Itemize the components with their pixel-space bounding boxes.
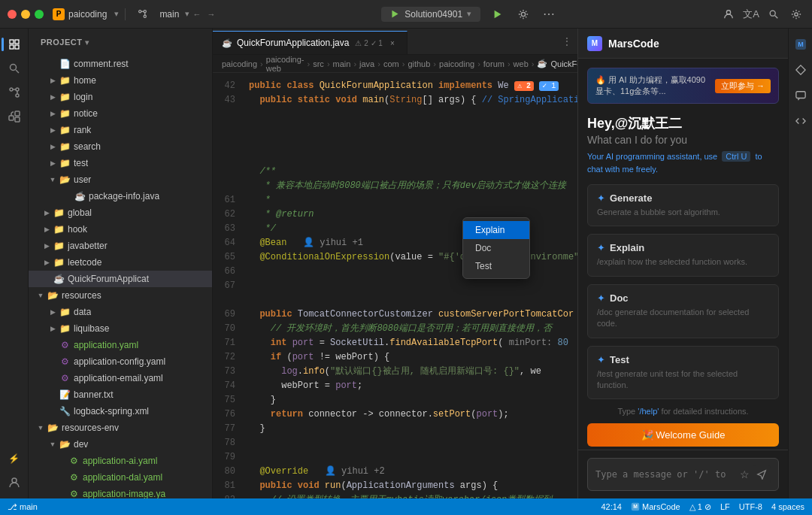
activity-extensions[interactable] [3, 105, 26, 128]
breadcrumb-part[interactable]: paicoding [439, 59, 474, 68]
tree-item-application-email[interactable]: ⚙ application-email.yaml [29, 370, 212, 386]
explain-name: Explain [610, 242, 644, 253]
tab-warnings: ⚠ 2 ✓ 1 [355, 39, 382, 47]
search-titlebar-icon[interactable] [765, 6, 782, 23]
tree-item-home[interactable]: ▶ 📁 home [29, 72, 212, 89]
status-left: ⎇ main [8, 502, 38, 512]
svg-marker-5 [392, 11, 398, 18]
marscode-status[interactable]: M MarsCode [631, 502, 680, 511]
tree-item-dal-yaml[interactable]: ⚙ application-dal.yaml [29, 469, 212, 486]
tree-item-data[interactable]: ▶ 📁 data [29, 304, 212, 320]
branch-name[interactable]: main [153, 8, 185, 21]
code-editor[interactable]: public class QuickForumApplication imple… [243, 73, 577, 498]
activity-source-control[interactable] [3, 81, 26, 104]
tree-item-test[interactable]: ▶ 📁 test [29, 155, 212, 171]
svg-point-11 [795, 12, 798, 15]
code-icon[interactable] [789, 110, 812, 132]
activity-search[interactable] [3, 57, 26, 80]
welcome-guide-button[interactable]: 🎉 Welcome Guide [587, 423, 779, 447]
send-button[interactable] [753, 465, 771, 483]
maximize-button[interactable] [35, 10, 44, 19]
tree-item-notice[interactable]: ▶ 📁 notice [29, 105, 212, 122]
feature-card-generate[interactable]: ✦ Generate Generate a bubble sort algori… [587, 184, 779, 226]
user-icon[interactable] [720, 6, 737, 23]
tree-item-quickforum[interactable]: ☕ QuickForumApplicat [29, 271, 212, 287]
settings-gear-icon[interactable] [788, 6, 804, 23]
marscode-sidebar-icon[interactable]: M [789, 33, 812, 56]
tree-item-hook[interactable]: ▶ 📁 hook [29, 221, 212, 238]
tree-item-global[interactable]: ▶ 📁 global [29, 204, 212, 221]
minimize-button[interactable] [21, 10, 30, 19]
svg-rect-23 [9, 116, 14, 120]
close-button[interactable] [8, 10, 17, 19]
svg-point-8 [726, 10, 730, 14]
activity-remote[interactable]: ⚡ [3, 447, 26, 470]
tab-close-button[interactable]: × [387, 38, 398, 48]
more-button[interactable]: ⋯ [541, 6, 557, 23]
context-menu-doc[interactable]: Doc [463, 239, 529, 257]
svg-point-2 [144, 11, 147, 13]
tree-item-rank[interactable]: ▶ 📁 rank [29, 122, 212, 138]
indent[interactable]: 4 spaces [771, 502, 804, 511]
activity-explorer[interactable] [3, 33, 26, 56]
breadcrumb-part[interactable]: web [514, 59, 529, 68]
feature-card-doc[interactable]: ✦ Doc /doc generate documentation for se… [587, 284, 779, 338]
tree-item-image-yaml[interactable]: ⚙ application-image.ya [29, 486, 212, 498]
feature-card-test[interactable]: ✦ Test /test generate unit test for the … [587, 346, 779, 400]
tree-item-leetcode[interactable]: ▶ 📁 leetcode [29, 254, 212, 271]
tree-item-comment[interactable]: 📄 comment.rest [29, 56, 212, 72]
promo-link-button[interactable]: 立即参与 → [715, 79, 771, 93]
tree-item-javabetter[interactable]: ▶ 📁 javabetter [29, 238, 212, 254]
breadcrumb-part[interactable]: java [359, 59, 374, 68]
chat-icon[interactable] [789, 84, 812, 107]
editor-area: ☕ QuickForumApplication.java ⚠ 2 ✓ 1 × ⋮… [213, 29, 577, 498]
extensions-right-icon[interactable] [789, 59, 812, 81]
doc-name: Doc [610, 292, 629, 304]
tree-item-user[interactable]: ▼ 📂 user [29, 171, 212, 188]
breadcrumb-part[interactable]: paicoding-web [266, 55, 304, 73]
breadcrumb-part[interactable]: github [408, 59, 430, 68]
line-ending[interactable]: LF [720, 502, 730, 511]
editor-tab-main[interactable]: ☕ QuickForumApplication.java ⚠ 2 ✓ 1 × [213, 31, 408, 54]
breadcrumb-part[interactable]: paicoding [222, 59, 257, 68]
back-button[interactable]: ← [189, 10, 204, 19]
context-menu-test[interactable]: Test [463, 257, 529, 275]
tree-item-resources-env[interactable]: ▼ 📂 resources-env [29, 420, 212, 436]
tree-item-search[interactable]: ▶ 📁 search [29, 138, 212, 155]
tree-item-liquibase[interactable]: ▶ 📁 liquibase [29, 320, 212, 337]
breadcrumb-part[interactable]: src [313, 59, 324, 68]
run-button[interactable] [489, 6, 506, 23]
tree-item-application-yaml[interactable]: ⚙ application.yaml [29, 337, 212, 353]
tree-item-application-config[interactable]: ⚙ application-config.yaml [29, 353, 212, 370]
sidebar-tree[interactable]: 📄 comment.rest ▶ 📁 home ▶ 📁 login ▶ 📁 no… [29, 56, 212, 498]
errors-warnings[interactable]: △ 1 ⊘ [689, 502, 711, 512]
translate-icon[interactable]: 文A [743, 6, 759, 23]
breadcrumb-part[interactable]: main [333, 59, 351, 68]
folder-icon: 📁 [59, 124, 71, 136]
activity-accounts[interactable] [3, 471, 26, 494]
tree-item-logback[interactable]: 🔧 logback-spring.xml [29, 403, 212, 420]
cursor-position[interactable]: 42:14 [601, 502, 622, 511]
breadcrumb-part[interactable]: com [383, 59, 399, 68]
tree-item-resources[interactable]: ▼ 📂 resources [29, 287, 212, 304]
tab-overflow-button[interactable]: ⋮ [556, 36, 577, 47]
breadcrumb-file[interactable]: QuickForumApplication [550, 59, 577, 68]
svg-line-17 [16, 70, 19, 73]
breadcrumb-part[interactable]: forum [483, 59, 504, 68]
tree-item-ai-yaml[interactable]: ⚙ application-ai.yaml [29, 453, 212, 469]
tree-item-login[interactable]: ▶ 📁 login [29, 89, 212, 105]
editor-content[interactable]: 42 43 61 62 63 64 65 66 67 69 70 71 72 7… [213, 73, 577, 498]
encoding[interactable]: UTF-8 [739, 502, 762, 511]
feature-card-explain[interactable]: ✦ Explain /explain how the selected func… [587, 234, 779, 276]
context-menu-explain[interactable]: Explain [463, 221, 529, 239]
tree-item-banner[interactable]: 📝 banner.txt [29, 386, 212, 403]
forward-button[interactable]: → [204, 10, 218, 19]
tree-item-packageinfo[interactable]: ☕ package-info.java [29, 188, 212, 204]
solution-name[interactable]: Solution04901 [404, 9, 462, 20]
chat-input[interactable] [595, 469, 735, 480]
folder-icon: 📁 [59, 108, 71, 120]
settings-button[interactable] [515, 6, 532, 23]
git-branch-status[interactable]: ⎇ main [8, 502, 38, 512]
tab-label: QuickForumApplication.java [237, 38, 349, 48]
tree-item-dev[interactable]: ▼ 📂 dev [29, 436, 212, 453]
